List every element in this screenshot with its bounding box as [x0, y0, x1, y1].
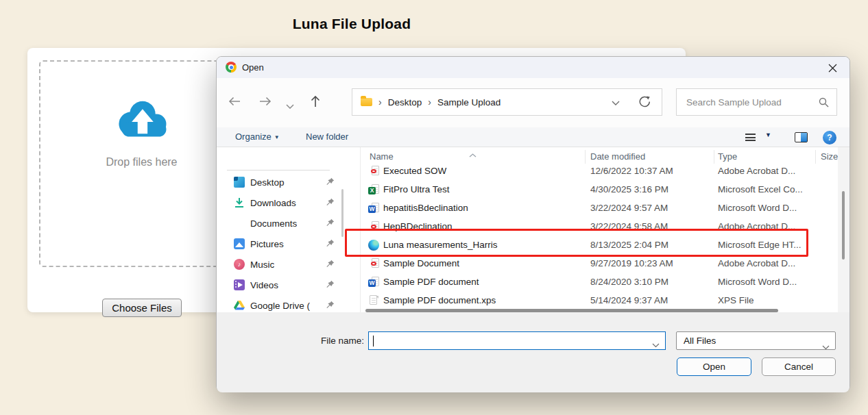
- file-name-input[interactable]: [368, 331, 666, 350]
- pdf-file-icon: [368, 258, 379, 269]
- vertical-scrollbar-thumb[interactable]: [842, 191, 845, 260]
- pin-icon: [326, 280, 335, 291]
- search-icon: [819, 97, 829, 110]
- pin-icon: [326, 177, 335, 188]
- pdf-file-icon: [368, 166, 379, 177]
- pin-icon: [326, 218, 335, 229]
- desktop-icon: [234, 177, 245, 188]
- preview-pane-icon[interactable]: [795, 132, 808, 142]
- search-box: [676, 88, 837, 116]
- dialog-titlebar: Open: [217, 57, 849, 78]
- column-headers: Name Date modified Type Size: [364, 147, 838, 166]
- forward-icon[interactable]: [259, 96, 272, 110]
- edge-file-icon: [368, 240, 379, 251]
- column-header-size[interactable]: Size: [821, 151, 838, 162]
- breadcrumb-item-desktop[interactable]: Desktop: [388, 97, 422, 108]
- close-icon[interactable]: [825, 61, 840, 75]
- file-row[interactable]: Sample Document 9/27/2019 10:23 AM Adobe…: [364, 254, 838, 273]
- file-row[interactable]: X FitPro Ultra Test 4/30/2025 3:16 PM Mi…: [364, 180, 838, 199]
- downloads-icon: [234, 197, 245, 208]
- sidebar-item-downloads[interactable]: Downloads: [234, 192, 350, 213]
- recent-locations-chevron-icon[interactable]: [286, 99, 294, 112]
- file-row[interactable]: HepBDeclination 3/22/2024 9:58 AM Adobe …: [364, 217, 838, 236]
- text-cursor: [373, 336, 374, 347]
- back-icon[interactable]: [228, 96, 241, 110]
- column-header-date-modified[interactable]: Date modified: [590, 151, 718, 162]
- pin-icon: [326, 239, 335, 250]
- word-file-icon: W: [368, 203, 379, 214]
- view-mode-caret-icon[interactable]: ▼: [765, 131, 771, 138]
- file-type-select[interactable]: All Files: [676, 331, 836, 350]
- pane-divider: [360, 147, 361, 312]
- file-type-dropdown-chevron-icon: [822, 338, 830, 355]
- file-row-selected[interactable]: Luna measurements_Harris 8/13/2025 2:04 …: [364, 236, 838, 254]
- sidebar-item-pictures[interactable]: Pictures: [234, 234, 350, 254]
- google-drive-icon: [234, 300, 245, 311]
- sidebar-scrollbar[interactable]: [341, 189, 343, 237]
- videos-icon: [234, 279, 245, 290]
- sidebar-item-documents[interactable]: Documents: [234, 213, 350, 234]
- organize-caret-icon: ▼: [274, 134, 280, 140]
- sidebar-item-desktop[interactable]: Desktop: [234, 172, 350, 192]
- breadcrumb[interactable]: › Desktop › Sample Upload: [352, 88, 662, 116]
- places-sidebar: Desktop Downloads Documents Pictures: [217, 147, 360, 312]
- music-icon: ♪: [234, 259, 245, 270]
- search-input[interactable]: [677, 89, 836, 115]
- cancel-button[interactable]: Cancel: [762, 357, 836, 376]
- organize-button[interactable]: Organize▼: [235, 127, 280, 147]
- pin-icon: [326, 301, 335, 312]
- open-button[interactable]: Open: [677, 357, 751, 376]
- vertical-scrollbar[interactable]: [838, 147, 849, 312]
- address-dropdown-chevron-icon[interactable]: [612, 97, 620, 108]
- excel-file-icon: X: [368, 184, 379, 195]
- chrome-icon: [226, 62, 237, 73]
- xps-file-icon: [368, 295, 379, 306]
- file-name-dropdown-chevron-icon[interactable]: [652, 338, 660, 351]
- file-row[interactable]: W hepatitisBdeclination 3/22/2024 9:57 A…: [364, 199, 838, 217]
- sort-ascending-icon: [469, 148, 477, 160]
- refresh-icon[interactable]: [639, 96, 651, 110]
- open-file-dialog: Open › Desktop › Sample U: [216, 56, 850, 392]
- help-icon[interactable]: ?: [823, 131, 836, 144]
- breadcrumb-chevron-icon: ›: [378, 97, 382, 108]
- dropzone-label: Drop files here: [68, 156, 215, 168]
- dialog-toolbar: Organize▼ New folder ▼ ?: [217, 127, 849, 147]
- choose-files-button[interactable]: Choose Files: [102, 299, 182, 317]
- breadcrumb-item-sample-upload[interactable]: Sample Upload: [437, 97, 501, 108]
- file-name-label: File name:: [258, 331, 364, 350]
- file-row[interactable]: W Sample PDF document 8/24/2020 3:10 PM …: [364, 273, 838, 291]
- sidebar-divider: [227, 170, 330, 171]
- view-mode-icon[interactable]: [745, 134, 756, 141]
- file-list: Name Date modified Type Size Executed SO…: [364, 147, 849, 312]
- column-header-name[interactable]: Name: [370, 151, 590, 162]
- pin-icon: [326, 260, 335, 271]
- folder-icon: [361, 98, 372, 106]
- dialog-footer: File name: All Files Open Cancel: [217, 312, 849, 392]
- cloud-upload-icon: [109, 97, 174, 147]
- page-title: Luna File Upload: [215, 16, 489, 32]
- up-icon[interactable]: [310, 95, 321, 110]
- sidebar-item-videos[interactable]: Videos: [234, 275, 350, 295]
- new-folder-button[interactable]: New folder: [306, 127, 348, 147]
- sidebar-item-music[interactable]: ♪ Music: [234, 254, 350, 275]
- pictures-icon: [234, 238, 245, 249]
- dialog-title: Open: [242, 57, 264, 78]
- word-file-icon: W: [368, 277, 379, 288]
- dialog-content: Desktop Downloads Documents Pictures: [217, 147, 849, 312]
- file-row[interactable]: Sample PDF document.xps 5/14/2024 9:37 A…: [364, 291, 838, 310]
- pin-icon: [326, 198, 335, 209]
- screen: Luna File Upload Drop files here Choose …: [0, 0, 868, 415]
- pdf-file-icon: [368, 221, 379, 232]
- breadcrumb-chevron-icon: ›: [428, 97, 431, 108]
- navigation-row: › Desktop › Sample Upload: [217, 78, 849, 127]
- column-header-type[interactable]: Type: [718, 151, 821, 162]
